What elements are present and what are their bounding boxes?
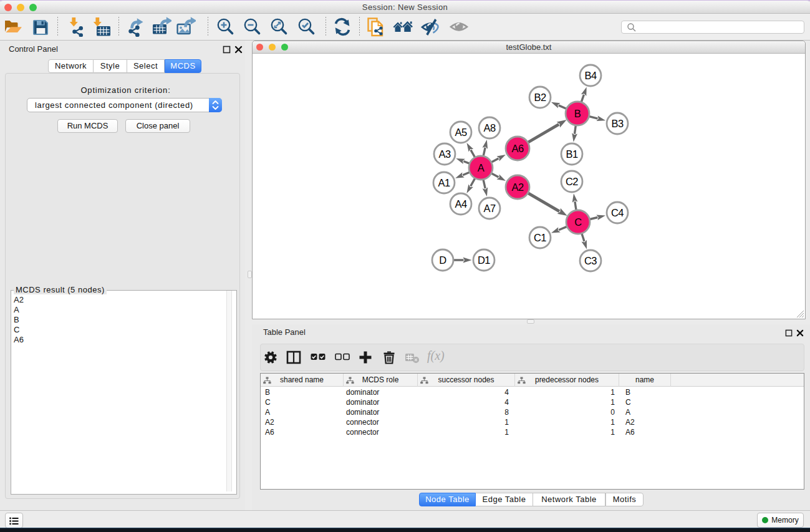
svg-text:C4: C4: [611, 207, 624, 218]
svg-text:B2: B2: [534, 92, 546, 103]
svg-text:C2: C2: [566, 176, 578, 187]
svg-text:A4: A4: [455, 198, 467, 210]
svg-text:B1: B1: [566, 148, 578, 160]
svg-text:A8: A8: [483, 122, 496, 133]
svg-text:A7: A7: [483, 203, 496, 214]
svg-text:A: A: [478, 162, 485, 173]
svg-text:D: D: [439, 254, 446, 266]
svg-text:C: C: [574, 216, 582, 228]
svg-text:A2: A2: [511, 181, 524, 193]
svg-text:D1: D1: [478, 254, 490, 266]
svg-text:A3: A3: [438, 148, 451, 160]
svg-text:A1: A1: [438, 177, 450, 188]
svg-text:A6: A6: [511, 143, 524, 154]
svg-text:C1: C1: [534, 232, 546, 243]
svg-text:B: B: [574, 108, 581, 119]
svg-text:C3: C3: [584, 255, 597, 266]
svg-text:B4: B4: [584, 70, 597, 81]
svg-text:A5: A5: [455, 127, 467, 138]
svg-text:B3: B3: [611, 118, 624, 129]
